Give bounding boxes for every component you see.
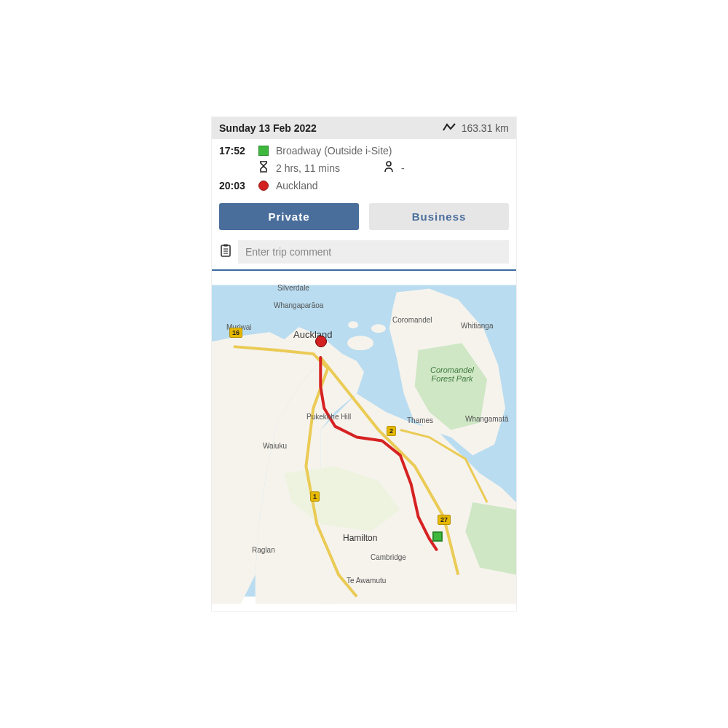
trip-comment-row — [212, 237, 516, 269]
map-end-marker-icon — [315, 336, 327, 347]
trip-type-buttons: Private Business — [212, 199, 516, 237]
map-view[interactable]: Silverdale Whangaparāoa Muriwai Auckland… — [212, 269, 516, 611]
trip-app-screen: Sunday 13 Feb 2022 163.31 km 17:52 Broad… — [211, 116, 517, 612]
end-time: 20:03 — [219, 180, 251, 191]
mid-row: 2 hrs, 11 mins - — [219, 161, 509, 175]
trip-distance-group: 163.31 km — [443, 122, 509, 135]
svg-point-9 — [348, 321, 358, 328]
svg-point-0 — [387, 162, 391, 166]
clipboard-icon — [219, 244, 232, 261]
map-start-marker-icon — [432, 531, 443, 542]
hourglass-icon — [258, 161, 269, 175]
trip-distance: 163.31 km — [462, 122, 509, 134]
svg-rect-2 — [223, 244, 228, 246]
person-icon — [384, 161, 394, 175]
private-button[interactable]: Private — [219, 203, 359, 230]
start-location: Broadway (Outside i-Site) — [276, 145, 392, 157]
trip-header: Sunday 13 Feb 2022 163.31 km — [212, 117, 516, 139]
start-row: 17:52 Broadway (Outside i-Site) — [219, 145, 509, 157]
trip-comment-input[interactable] — [238, 240, 509, 264]
polyline-icon — [443, 122, 456, 135]
trip-duration: 2 hrs, 11 mins — [276, 162, 340, 174]
start-time: 17:52 — [219, 145, 251, 157]
business-button[interactable]: Business — [369, 203, 509, 230]
start-marker-icon — [258, 146, 269, 156]
trip-passengers: - — [401, 162, 405, 174]
trip-date: Sunday 13 Feb 2022 — [219, 122, 317, 134]
end-row: 20:03 Auckland — [219, 180, 509, 191]
end-marker-icon — [258, 181, 269, 191]
end-location: Auckland — [276, 180, 318, 191]
map-svg — [212, 271, 516, 611]
svg-point-7 — [347, 336, 373, 350]
svg-point-8 — [371, 324, 386, 333]
trip-details: 17:52 Broadway (Outside i-Site) 2 hrs, 1… — [212, 139, 516, 199]
